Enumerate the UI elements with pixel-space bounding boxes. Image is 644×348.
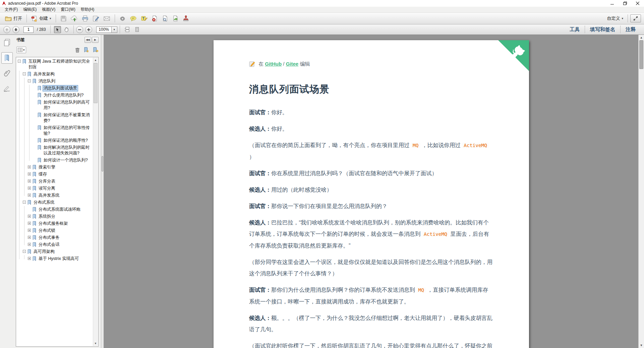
- bookmark-label[interactable]: 如何设计一个消息队列?: [43, 157, 89, 163]
- save-button[interactable]: [58, 14, 69, 23]
- document-attach-button[interactable]: [160, 14, 170, 23]
- bookmark-item[interactable]: -高并发架构: [17, 71, 93, 78]
- bookmark-item[interactable]: 如何设计一个消息队列?: [17, 157, 93, 164]
- collapse-panel-button[interactable]: ◀◀: [84, 37, 91, 43]
- bookmark-item[interactable]: +分库分表: [17, 178, 93, 185]
- document-delete-button[interactable]: [150, 14, 160, 23]
- next-page-button[interactable]: [12, 26, 19, 33]
- signatures-button[interactable]: [1, 83, 13, 94]
- new-bookmark-button[interactable]: [83, 47, 89, 53]
- bookmark-label[interactable]: 如何保证消息的可靠性传输?: [43, 125, 92, 136]
- zoom-level-dropdown[interactable]: ▾: [112, 26, 117, 33]
- scrolling-mode-button[interactable]: [123, 26, 131, 33]
- expand-node-icon[interactable]: +: [28, 257, 31, 260]
- bookmark-tree-scrollbar[interactable]: ▲ ▼: [93, 58, 98, 346]
- minimize-button[interactable]: [606, 0, 619, 7]
- bookmark-item[interactable]: +分布式事务: [17, 234, 93, 241]
- expand-node-icon[interactable]: +: [28, 194, 31, 197]
- bookmark-item[interactable]: 消息队列面试场景: [17, 85, 93, 92]
- bookmark-item[interactable]: 为什么使用消息队列?: [17, 92, 93, 99]
- bookmark-label[interactable]: 分布式系统: [33, 200, 55, 205]
- expand-node-icon[interactable]: +: [28, 229, 31, 232]
- bookmark-item[interactable]: +搜索引擎: [17, 164, 93, 171]
- bookmark-label[interactable]: 消息队列: [38, 78, 56, 84]
- bookmark-item[interactable]: +缓存: [17, 171, 93, 178]
- collapse-node-icon[interactable]: -: [28, 79, 31, 82]
- stamp-button[interactable]: [181, 14, 191, 23]
- menu-view[interactable]: 视图(V): [39, 6, 58, 13]
- bookmark-item[interactable]: +分布式锁: [17, 227, 93, 234]
- zoom-out-button[interactable]: [76, 26, 83, 33]
- bookmark-label[interactable]: 分库分表: [38, 179, 56, 184]
- tab-tools[interactable]: 工具: [565, 26, 585, 33]
- gitee-link[interactable]: Gitee: [286, 61, 299, 67]
- bookmark-item[interactable]: +读写分离: [17, 185, 93, 192]
- menu-window[interactable]: 窗口(W): [58, 6, 78, 13]
- tab-comment[interactable]: 注释: [621, 26, 641, 33]
- bookmark-label[interactable]: 系统拆分: [38, 214, 56, 219]
- bookmark-label[interactable]: 高并发架构: [33, 71, 55, 77]
- close-button[interactable]: [631, 0, 644, 7]
- splitter-grip[interactable]: [102, 156, 103, 171]
- expand-node-icon[interactable]: +: [28, 165, 31, 168]
- bookmark-label[interactable]: 高可用架构: [33, 249, 55, 255]
- bookmark-label[interactable]: 如何保证消息的顺序性?: [43, 138, 89, 143]
- document-export-button[interactable]: [170, 14, 181, 23]
- github-link[interactable]: GitHub: [265, 61, 282, 67]
- bookmarks-panel-button[interactable]: [1, 52, 13, 64]
- delete-bookmark-button[interactable]: [75, 47, 80, 53]
- expand-node-icon[interactable]: +: [28, 172, 31, 176]
- bookmark-item[interactable]: -互联网 Java 工程师进阶知识完全扫盲: [17, 58, 93, 71]
- expand-node-icon[interactable]: +: [28, 222, 31, 225]
- bookmark-label[interactable]: 如何解决消息队列的延时以及过期失效问题?: [43, 145, 92, 156]
- bookmark-item[interactable]: 如何保证消息的顺序性?: [17, 137, 93, 144]
- expand-node-icon[interactable]: +: [28, 187, 31, 190]
- bookmark-label[interactable]: 分布式会话: [38, 242, 60, 248]
- bookmark-item[interactable]: +基于 Hystrix 实现高可: [17, 255, 93, 262]
- single-page-button[interactable]: [133, 26, 141, 33]
- customize-button[interactable]: 自定义 ▾: [605, 14, 625, 22]
- create-button[interactable]: 创建 ▾: [29, 14, 53, 23]
- select-tool-button[interactable]: [54, 26, 61, 33]
- bookmark-item[interactable]: 如何保证消息不被重复消费?: [17, 112, 93, 124]
- tab-fill-sign[interactable]: 填写和签名: [585, 26, 620, 33]
- bookmark-item[interactable]: +高并发系统: [17, 192, 93, 199]
- expand-node-icon[interactable]: +: [28, 243, 31, 246]
- bookmark-item[interactable]: 如何保证消息队列的高可用?: [17, 99, 93, 112]
- scrollbar-thumb[interactable]: [639, 40, 643, 69]
- menu-file[interactable]: 文件(F): [2, 6, 20, 13]
- bookmark-item[interactable]: 分布式系统面试连环炮: [17, 206, 93, 213]
- expand-node-icon[interactable]: +: [28, 215, 31, 218]
- zoom-level-value[interactable]: 100%: [96, 26, 112, 33]
- bookmark-label[interactable]: 分布式锁: [38, 228, 56, 233]
- collapse-node-icon[interactable]: -: [23, 72, 26, 75]
- restore-button[interactable]: [619, 0, 631, 7]
- bookmark-item[interactable]: +分布式会话: [17, 241, 93, 248]
- settings-button[interactable]: [117, 14, 128, 23]
- page-number-input[interactable]: [23, 26, 34, 33]
- bookmark-item[interactable]: -分布式系统: [17, 199, 93, 206]
- reading-mode-button[interactable]: [630, 14, 641, 22]
- bookmark-item[interactable]: +分布式服务框架: [17, 220, 93, 227]
- bookmark-item[interactable]: -高可用架构: [17, 248, 93, 255]
- collapse-node-icon[interactable]: -: [23, 250, 26, 253]
- bookmark-label[interactable]: 基于 Hystrix 实现高可: [38, 256, 79, 262]
- bookmark-label[interactable]: 分布式事务: [38, 235, 60, 240]
- comment-button[interactable]: [128, 14, 139, 23]
- panel-flyout-button[interactable]: ▶: [92, 37, 99, 43]
- bookmark-label[interactable]: 如何保证消息不被重复消费?: [43, 112, 92, 124]
- hand-tool-button[interactable]: [63, 26, 70, 33]
- bookmark-label[interactable]: 高并发系统: [38, 193, 60, 198]
- bookmark-label[interactable]: 读写分离: [38, 186, 56, 191]
- scroll-down-icon[interactable]: ▼: [93, 341, 98, 346]
- fill-sign-button[interactable]: [91, 14, 101, 23]
- open-button[interactable]: 打开: [3, 14, 24, 22]
- print-button[interactable]: [80, 14, 91, 23]
- panel-splitter[interactable]: [101, 35, 104, 348]
- bookmark-options-button[interactable]: ▾: [16, 47, 26, 53]
- document-scrollbar[interactable]: ▲ ▼: [638, 35, 644, 348]
- previous-page-button[interactable]: [3, 26, 10, 33]
- page-thumbnails-button[interactable]: [1, 37, 13, 48]
- scroll-down-icon[interactable]: ▼: [639, 343, 644, 348]
- bookmark-label[interactable]: 分布式服务框架: [38, 221, 69, 226]
